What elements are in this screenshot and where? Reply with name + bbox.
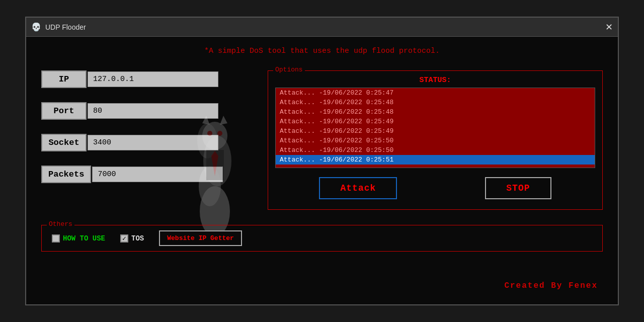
title-bar: 💀 UDP Flooder ✕ (26, 18, 618, 37)
status-label: STATUS: (275, 76, 595, 85)
packets-input[interactable] (92, 167, 223, 182)
others-legend: Others (47, 220, 74, 228)
others-section: Others HOW TO USE ✓ TOS Website IP Gette… (41, 225, 603, 252)
log-entry: Attack... -19/06/2022 0:25:50 (276, 136, 595, 145)
main-content: *A simple DoS tool that uses the udp flo… (26, 37, 618, 304)
tos-item[interactable]: ✓ TOS (120, 234, 144, 243)
log-entry: Attack... -19/06/2022 0:25:48 (276, 107, 595, 117)
title-bar-left: 💀 UDP Flooder (31, 22, 86, 32)
socket-input[interactable] (88, 135, 218, 150)
how-to-use-checkbox[interactable] (52, 234, 60, 243)
options-box: Options STATUS: Attack... -19/06/2022 0:… (268, 70, 603, 210)
ip-row: IP (41, 70, 253, 88)
tos-checkbox[interactable]: ✓ (120, 234, 128, 243)
created-by-text: Created By Fenex (504, 281, 598, 290)
port-row: Port (41, 102, 253, 120)
app-window: 💀 UDP Flooder ✕ *A simple DoS tool that … (25, 17, 619, 305)
log-entry: Attack... -19/06/2022 0:25:51 (276, 155, 595, 165)
website-ip-getter-button[interactable]: Website IP Getter (159, 230, 242, 246)
ip-label: IP (41, 70, 87, 88)
ip-input[interactable] (88, 71, 218, 87)
log-entry: Attack... -19/06/2022 0:25:47 (276, 88, 595, 98)
log-entry: Attack... -19/06/2022 0:25:50 (276, 145, 595, 155)
window-title: UDP Flooder (45, 23, 86, 31)
others-box: Others HOW TO USE ✓ TOS Website IP Gette… (41, 225, 603, 252)
port-input[interactable] (88, 103, 218, 119)
subtitle-text: *A simple DoS tool that uses the udp flo… (41, 47, 603, 55)
how-to-use-item[interactable]: HOW TO USE (52, 234, 105, 243)
log-entry: Attack... -19/06/2022 0:25:48 (276, 98, 595, 107)
options-legend: Options (273, 66, 305, 73)
close-button[interactable]: ✕ (605, 23, 613, 32)
tos-label: TOS (131, 234, 144, 243)
stop-button[interactable]: STOP (485, 177, 551, 199)
log-entry: Attack... -19/06/2022 0:25:49 (276, 126, 595, 136)
packets-label: Packets (41, 166, 91, 183)
socket-row: Socket (41, 134, 253, 151)
log-entry: Attack... -19/06/2022 0:25:49 (276, 117, 595, 126)
main-area: IP Port Socket Packets (41, 70, 603, 210)
right-panel: Options STATUS: Attack... -19/06/2022 0:… (268, 70, 603, 210)
log-area[interactable]: Attack... -19/06/2022 0:25:47Attack... -… (275, 88, 595, 168)
packets-row: Packets (41, 166, 253, 183)
port-label: Port (41, 102, 87, 120)
left-panel: IP Port Socket Packets (41, 70, 253, 210)
socket-label: Socket (41, 134, 87, 151)
button-row: Attack STOP (275, 177, 595, 199)
app-icon: 💀 (31, 22, 41, 32)
attack-button[interactable]: Attack (319, 177, 397, 199)
how-to-use-label: HOW TO USE (63, 234, 105, 243)
